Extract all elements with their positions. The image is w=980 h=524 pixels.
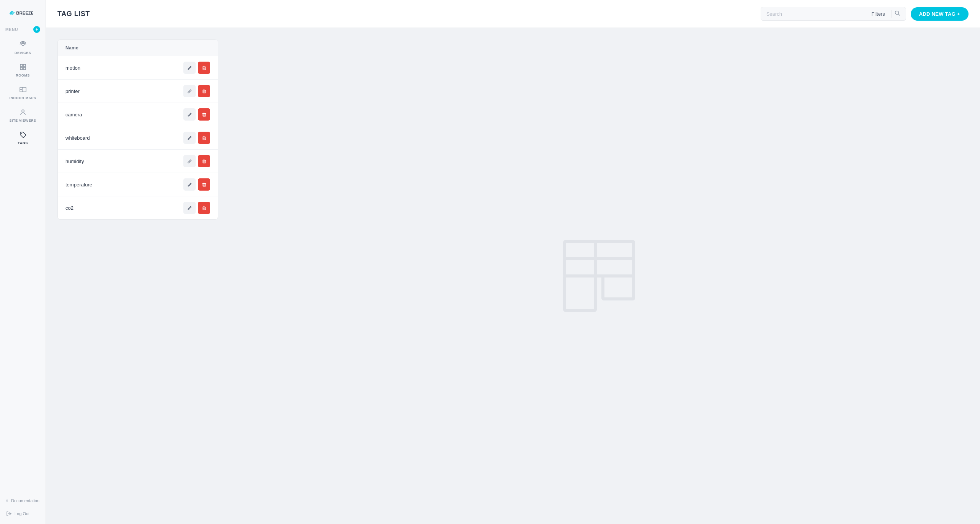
tag-row: printer	[58, 80, 218, 103]
edit-tag-button[interactable]	[183, 85, 196, 97]
tag-actions	[183, 108, 210, 121]
content-area: Name motion	[46, 28, 980, 524]
delete-tag-button[interactable]	[198, 85, 210, 97]
filters-button[interactable]: Filters	[868, 11, 888, 17]
page-title: TAG LIST	[57, 10, 90, 18]
tag-rows: motion	[58, 56, 218, 219]
tag-actions	[183, 155, 210, 167]
svg-rect-54	[203, 207, 206, 210]
logout-icon	[6, 511, 11, 516]
edit-tag-button[interactable]	[183, 202, 196, 214]
edit-tag-button[interactable]	[183, 108, 196, 121]
edit-icon	[187, 159, 192, 164]
delete-tag-button[interactable]	[198, 178, 210, 191]
sidebar-item-rooms[interactable]: ROOMS	[3, 59, 42, 81]
tag-actions	[183, 85, 210, 97]
edit-icon	[187, 135, 192, 140]
delete-tag-button[interactable]	[198, 132, 210, 144]
delete-tag-button[interactable]	[198, 62, 210, 74]
tag-name: co2	[65, 205, 74, 211]
svg-line-17	[898, 14, 900, 16]
sidebar-item-tags-label: TAGS	[18, 141, 28, 145]
trash-icon	[202, 89, 207, 94]
rooms-icon	[19, 63, 27, 72]
svg-point-1	[22, 43, 24, 46]
svg-rect-2	[20, 64, 23, 67]
trash-icon	[202, 112, 207, 117]
edit-icon	[187, 65, 192, 70]
logo-svg: BREEZE	[6, 7, 33, 18]
tag-name: humidity	[65, 158, 84, 164]
trash-icon	[202, 182, 207, 187]
logout-link[interactable]: Log Out	[3, 508, 42, 519]
divider	[891, 10, 892, 18]
delete-tag-button[interactable]	[198, 108, 210, 121]
svg-rect-5	[23, 67, 26, 70]
add-new-tag-button[interactable]: ADD NEW TAG +	[911, 7, 969, 21]
svg-rect-48	[203, 184, 206, 186]
edit-tag-button[interactable]	[183, 132, 196, 144]
header-right: Filters ADD NEW TAG +	[761, 7, 969, 21]
edit-icon	[187, 112, 192, 117]
trash-icon	[202, 206, 207, 211]
menu-header: MENU +	[0, 22, 46, 35]
svg-rect-42	[203, 160, 206, 163]
edit-tag-button[interactable]	[183, 62, 196, 74]
sidebar: BREEZE MENU + DEVICES ROOMS INDOOR MAPS	[0, 0, 46, 524]
edit-tag-button[interactable]	[183, 178, 196, 191]
edit-icon	[187, 89, 192, 94]
trash-icon	[202, 135, 207, 140]
svg-rect-4	[20, 67, 23, 70]
column-name-header: Name	[65, 45, 78, 51]
trash-icon	[202, 159, 207, 164]
search-icon[interactable]	[895, 10, 900, 17]
tag-row: co2	[58, 196, 218, 219]
svg-rect-24	[203, 90, 206, 93]
edit-icon	[187, 206, 192, 211]
tag-name: whiteboard	[65, 135, 90, 141]
tag-name: camera	[65, 112, 82, 118]
building-area	[230, 39, 969, 513]
edit-tag-button[interactable]	[183, 155, 196, 167]
sidebar-item-tags[interactable]: TAGS	[3, 127, 42, 149]
documentation-icon	[6, 498, 8, 503]
search-input[interactable]	[766, 11, 866, 17]
sidebar-item-rooms-label: ROOMS	[16, 73, 30, 77]
edit-icon	[187, 182, 192, 187]
nav-items: DEVICES ROOMS INDOOR MAPS SITE VIEWERS T…	[0, 35, 46, 490]
documentation-link[interactable]: Documentation	[3, 495, 42, 506]
svg-rect-61	[565, 276, 595, 310]
sidebar-item-site-viewers[interactable]: SITE VIEWERS	[3, 104, 42, 126]
tag-row: camera	[58, 103, 218, 126]
tag-name: temperature	[65, 182, 92, 188]
main-content: TAG LIST Filters ADD NEW TAG + Name	[46, 0, 980, 524]
delete-tag-button[interactable]	[198, 155, 210, 167]
tag-row: humidity	[58, 150, 218, 173]
tag-actions	[183, 202, 210, 214]
tags-icon	[19, 131, 27, 140]
devices-icon	[19, 41, 27, 49]
svg-rect-62	[603, 276, 634, 299]
tag-row: whiteboard	[58, 126, 218, 150]
tag-name: motion	[65, 65, 80, 71]
tag-table-header: Name	[58, 40, 218, 56]
sidebar-item-devices-label: DEVICES	[15, 51, 31, 55]
sidebar-item-indoor-maps[interactable]: INDOOR MAPS	[3, 82, 42, 104]
svg-rect-36	[203, 137, 206, 140]
svg-rect-18	[203, 67, 206, 70]
building-outline	[542, 234, 657, 318]
menu-plus-button[interactable]: +	[33, 26, 40, 33]
tag-actions	[183, 132, 210, 144]
sidebar-item-devices[interactable]: DEVICES	[3, 37, 42, 59]
documentation-label: Documentation	[11, 498, 39, 503]
svg-text:BREEZE: BREEZE	[16, 11, 33, 15]
logout-label: Log Out	[15, 511, 29, 516]
delete-tag-button[interactable]	[198, 202, 210, 214]
tag-table: Name motion	[57, 39, 218, 220]
sidebar-item-indoor-maps-label: INDOOR MAPS	[9, 96, 36, 100]
tag-actions	[183, 62, 210, 74]
trash-icon	[202, 65, 207, 70]
tag-actions	[183, 178, 210, 191]
tag-name: printer	[65, 88, 80, 94]
logo: BREEZE	[0, 0, 46, 22]
